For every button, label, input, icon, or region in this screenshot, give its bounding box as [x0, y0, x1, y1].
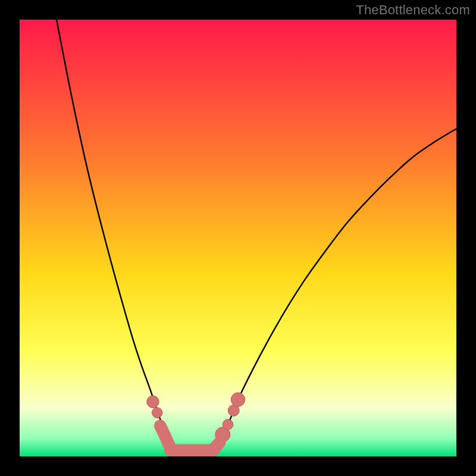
- curve-marker: [231, 393, 245, 406]
- plot-area: [20, 20, 456, 456]
- watermark-text: TheBottleneck.com: [356, 2, 470, 18]
- curve-marker: [152, 408, 162, 418]
- curve-marker: [147, 396, 159, 408]
- chart-frame: TheBottleneck.com: [0, 0, 476, 476]
- floor-transition-right: [212, 443, 220, 450]
- curve-marker: [223, 419, 233, 430]
- gradient-background: [20, 20, 456, 456]
- bottleneck-chart: [20, 20, 456, 456]
